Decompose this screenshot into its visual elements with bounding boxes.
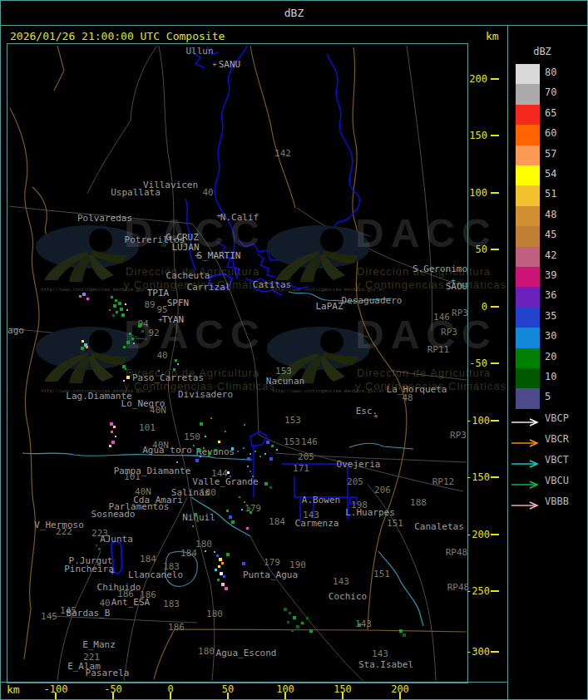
y-tick-label: -300 [466,646,487,658]
y-tick-label: 0 [466,301,487,313]
x-tick-mark [227,693,229,699]
y-tick-mark [491,135,499,136]
color-scale-value: 36 [545,289,556,301]
color-scale-swatch [516,105,540,125]
y-tick-mark [491,306,499,308]
color-scale-value: 48 [545,209,556,220]
vector-arrow-icon [511,497,541,513]
color-scale-swatch [516,145,540,165]
y-tick-label: -100 [466,415,487,426]
vector-arrow-icon [511,414,541,430]
panel-divider [507,25,508,700]
color-scale-value: 80 [545,67,556,78]
y-tick-mark [491,651,499,653]
color-scale-value: 70 [545,86,556,98]
vector-legend-label: VBCU [545,475,569,486]
vector-legend-label: VBCR [545,433,569,445]
y-tick-mark [491,476,499,478]
axis-divider [0,682,507,683]
y-tick-label: -50 [466,357,487,369]
color-scale-title: dBZ [524,46,561,57]
y-tick-label: 100 [466,187,487,199]
vector-legend-label: VBCP [545,412,569,424]
color-scale-value: 51 [545,188,556,200]
color-scale-value: 39 [545,269,556,281]
vector-arrow-icon [511,476,541,492]
color-scale-value: 54 [545,168,556,180]
color-scale-swatch [516,348,540,368]
color-scale-swatch [516,165,540,185]
color-scale-value: 42 [545,249,556,261]
color-scale-swatch [516,287,540,307]
color-scale-swatch [516,368,540,388]
color-scale-value: 60 [545,127,556,139]
color-scale-swatch [516,206,540,226]
x-tick-mark [55,693,57,699]
color-scale-swatch [516,328,540,348]
x-tick-mark [284,693,286,699]
color-scale-value: 30 [545,330,556,342]
color-scale-swatch [516,226,540,246]
color-scale-value: 35 [545,310,556,322]
window-title: dBZ [1,7,587,19]
y-axis-unit-label: km [486,30,499,42]
y-tick-label: 150 [466,130,487,141]
color-scale-swatch [516,185,540,205]
timestamp-label: 2026/01/26 21:00:00 UTC Composite [10,30,225,42]
color-scale-value: 57 [545,148,556,160]
x-tick-mark [342,693,343,699]
x-tick-mark [112,693,114,699]
x-tick-mark [399,693,401,699]
vector-arrow-icon [511,456,541,471]
color-scale-swatch [516,267,540,287]
color-scale-swatch [516,308,540,328]
radar-app-window: dBZ 2026/01/26 21:00:00 UTC Composite km… [0,0,588,700]
y-tick-label: 50 [466,244,487,255]
y-tick-mark [491,590,499,592]
y-tick-mark [491,420,499,421]
y-tick-mark [491,534,499,535]
y-tick-label: 200 [466,73,487,85]
color-scale-value: 5 [545,391,551,402]
color-scale-value: 65 [545,107,556,119]
y-tick-mark [491,78,499,80]
color-scale-swatch [516,388,540,408]
titlebar-divider [0,25,588,26]
frame-left [0,0,1,700]
color-scale-value: 10 [545,371,556,382]
y-tick-mark [491,362,499,364]
vector-legend-label: VBCT [545,454,569,466]
y-tick-mark [491,249,499,250]
color-scale-value: 45 [545,229,556,240]
color-scale-value: 20 [545,351,556,362]
title-bar: dBZ [0,0,588,26]
vector-arrow-icon [511,435,541,451]
color-scale-swatch [516,84,540,104]
color-scale-swatch [516,125,540,145]
y-tick-mark [491,192,499,194]
x-axis-unit-label: km [7,683,20,696]
color-scale-swatch [516,64,540,84]
x-tick-mark [170,693,171,699]
y-tick-label: -150 [466,471,487,483]
color-scale-swatch [516,247,540,267]
vector-legend-label: VBBB [545,495,569,507]
y-tick-label: -250 [466,585,487,597]
radar-map-frame [7,43,468,683]
y-tick-label: -200 [466,529,487,540]
